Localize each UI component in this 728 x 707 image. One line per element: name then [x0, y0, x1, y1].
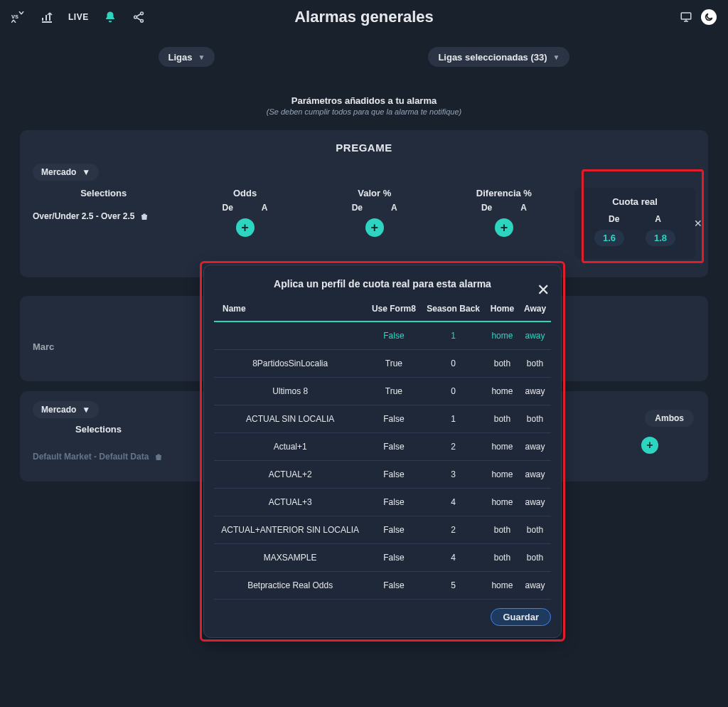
cell-season_back: 0 [421, 378, 485, 405]
selections-header: Selections [33, 188, 174, 198]
add-odds-button[interactable]: + [236, 218, 255, 237]
cell-season_back: 2 [421, 516, 485, 544]
live-label[interactable]: LIVE [68, 12, 89, 22]
diferencia-column: Diferencia % De A + [445, 188, 563, 237]
col-away: Away [519, 297, 551, 321]
cell-home: home [486, 433, 519, 461]
table-row[interactable]: ACTUAL+ANTERIOR SIN LOCALIAFalse2bothbot… [214, 516, 551, 544]
cell-away: away [519, 572, 551, 600]
table-row[interactable]: Actual+1False2homeaway [214, 433, 551, 461]
col-season-back: Season Back [421, 297, 485, 321]
valor-a: A [391, 203, 397, 213]
close-icon[interactable]: ✕ [694, 218, 702, 229]
cell-season_back: 1 [421, 405, 485, 433]
cell-use_form8: False [366, 489, 421, 516]
table-row[interactable]: False1homeaway [214, 321, 551, 350]
table-row[interactable]: 8PartidosSinLocaliaTrue0bothboth [214, 350, 551, 378]
leagues-label: Ligas [168, 52, 193, 63]
svg-text:vs: vs [11, 13, 18, 20]
selected-leagues-dropdown[interactable]: Ligas seleccionadas (33) ▼ [428, 47, 569, 67]
share-icon[interactable] [132, 10, 146, 24]
cell-name: Actual+1 [214, 433, 366, 461]
cell-season_back: 2 [421, 433, 485, 461]
cell-home: home [486, 461, 519, 489]
cell-use_form8: False [366, 544, 421, 572]
valor-header: Valor % [316, 188, 434, 198]
cuota-a-value[interactable]: 1.8 [646, 230, 675, 246]
cell-use_form8: False [366, 572, 421, 600]
cuota-real-column: Cuota real De A 1.6 1.8 ✕ [574, 188, 695, 259]
cell-use_form8: False [366, 405, 421, 433]
odds-header: Odds [186, 188, 304, 198]
cell-away: both [519, 405, 551, 433]
add-diferencia-button[interactable]: + [495, 218, 513, 237]
market-dropdown[interactable]: Mercado ▼ [33, 164, 99, 181]
cell-name [214, 321, 366, 350]
valor-de: De [352, 203, 363, 213]
selections-column: Selections Over/Under 2.5 - Over 2.5 [33, 188, 174, 221]
selected-leagues-label: Ligas seleccionadas (33) [438, 52, 547, 63]
trash-icon[interactable] [154, 452, 163, 462]
add-button-ghost[interactable]: + [641, 437, 658, 454]
page-title: Alarmas generales [294, 8, 434, 26]
cell-home: home [486, 489, 519, 516]
cell-name: ACTUAL+ANTERIOR SIN LOCALIA [214, 516, 366, 544]
cell-season_back: 4 [421, 544, 485, 572]
cell-name: ACTUAL SIN LOCALIA [214, 405, 366, 433]
save-button[interactable]: Guardar [491, 608, 551, 626]
cell-home: home [486, 321, 519, 350]
cell-use_form8: True [366, 378, 421, 405]
cell-use_form8: False [366, 461, 421, 489]
diferencia-de: De [481, 203, 492, 213]
default-market-text: Default Market - Default Data [33, 452, 149, 462]
subtitle-line1: Parámetros añadidos a tu alarma [0, 95, 728, 106]
valor-column: Valor % De A + [316, 188, 434, 237]
cell-home: both [486, 516, 519, 544]
cuota-de-value[interactable]: 1.6 [594, 230, 624, 246]
theme-toggle[interactable] [701, 9, 717, 25]
selection-value: Over/Under 2.5 - Over 2.5 [33, 211, 134, 221]
odds-de: De [223, 203, 233, 213]
table-row[interactable]: Betpractice Real OddsFalse5homeaway [214, 572, 551, 600]
cell-away: away [519, 378, 551, 405]
ambos-label: Ambos [655, 413, 684, 423]
svg-rect-4 [681, 13, 691, 19]
table-row[interactable]: MAXSAMPLEFalse4bothboth [214, 544, 551, 572]
chart-icon[interactable] [40, 10, 54, 24]
cell-away: both [519, 350, 551, 378]
trash-icon[interactable] [140, 212, 149, 221]
table-row[interactable]: Ultimos 8True0homeaway [214, 378, 551, 405]
cell-home: home [486, 378, 519, 405]
bell-icon[interactable] [103, 10, 117, 24]
cell-name: Betpractice Real Odds [214, 572, 366, 600]
cell-use_form8: False [366, 516, 421, 544]
selection-row: Over/Under 2.5 - Over 2.5 [33, 211, 174, 221]
ambos-chip[interactable]: Ambos [645, 410, 694, 427]
table-row[interactable]: ACTUAL+2False3homeaway [214, 461, 551, 489]
subtitle-line2: (Se deben cumplir todos para que la alar… [0, 107, 728, 116]
table-row[interactable]: ACTUAL SIN LOCALIAFalse1bothboth [214, 405, 551, 433]
top-bar: vs LIVE Alarmas generales [0, 0, 728, 34]
subtitle-block: Parámetros añadidos a tu alarma (Se debe… [0, 95, 728, 116]
cell-name: 8PartidosSinLocalia [214, 350, 366, 378]
add-valor-button[interactable]: + [365, 218, 384, 237]
cell-name: ACTUAL+2 [214, 461, 366, 489]
diferencia-header: Diferencia % [445, 188, 563, 198]
cell-season_back: 0 [421, 350, 485, 378]
vs-icon[interactable]: vs [11, 10, 26, 24]
table-row[interactable]: ACTUAL+3False4homeaway [214, 489, 551, 516]
modal-close-icon[interactable]: ✕ [537, 281, 550, 299]
presenter-icon[interactable] [680, 11, 692, 23]
cell-away: both [519, 516, 551, 544]
chevron-down-icon: ▼ [82, 405, 90, 415]
cell-name: ACTUAL+3 [214, 489, 366, 516]
market-dropdown-2[interactable]: Mercado ▼ [33, 401, 99, 418]
cuota-de-label: De [609, 214, 619, 224]
cell-away: away [519, 433, 551, 461]
pregame-title: PREGAME [33, 142, 695, 154]
leagues-dropdown[interactable]: Ligas ▼ [159, 47, 215, 67]
cell-home: both [486, 350, 519, 378]
cell-season_back: 5 [421, 572, 485, 600]
cuota-profile-modal: Aplica un perfil de cuota real para esta… [203, 265, 562, 638]
cell-away: away [519, 461, 551, 489]
